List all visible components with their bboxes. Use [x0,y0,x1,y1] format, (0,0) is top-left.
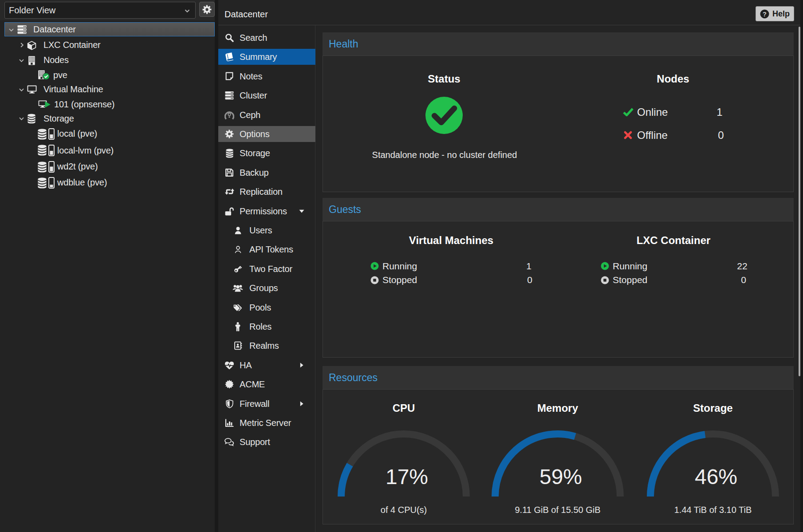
svg-text:?: ? [763,10,767,17]
